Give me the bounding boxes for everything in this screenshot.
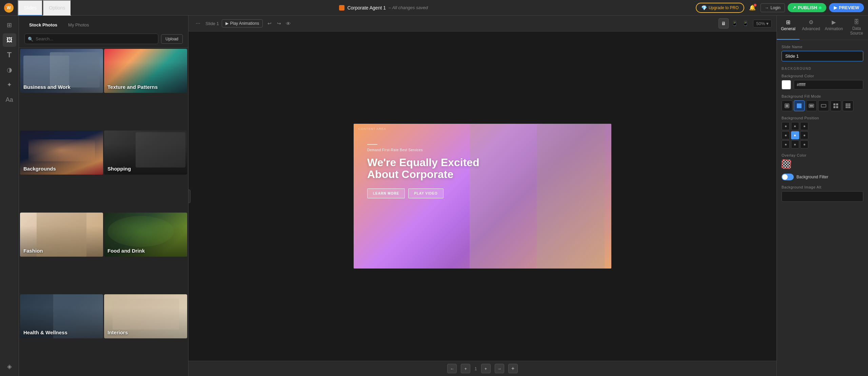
category-label-shopping: Shopping bbox=[107, 166, 131, 172]
visibility-toggle[interactable]: 👁 bbox=[286, 21, 291, 26]
device-tablet[interactable]: 📱 bbox=[729, 18, 739, 28]
bg-alt-input[interactable] bbox=[782, 191, 863, 202]
more-options-button[interactable]: ··· bbox=[193, 19, 203, 28]
notifications-button[interactable]: 🔔 bbox=[747, 2, 758, 13]
device-desktop[interactable]: 🖥 bbox=[718, 18, 729, 28]
panel-collapse-button[interactable]: ‹ bbox=[189, 190, 191, 203]
device-buttons: 🖥 📱 📱 bbox=[718, 18, 750, 28]
category-label-business: Business and Work bbox=[23, 84, 71, 90]
canvas-toolbar-right: 🖥 📱 📱 50% ▾ bbox=[718, 18, 772, 28]
fill-mode-original[interactable] bbox=[782, 100, 792, 111]
pos-mid-center[interactable] bbox=[791, 131, 799, 139]
diamond-icon: 💎 bbox=[701, 5, 707, 11]
pos-bot-left[interactable] bbox=[782, 140, 790, 149]
next-slide-button[interactable]: → bbox=[495, 364, 504, 373]
search-wrapper: 🔍 bbox=[24, 34, 158, 44]
category-interiors[interactable]: Interiors bbox=[104, 294, 187, 338]
sidebar-btn-typography[interactable]: Aa bbox=[3, 93, 16, 106]
slide-learn-more-button[interactable]: LEARN MORE bbox=[367, 189, 405, 198]
datasource-tab-label: Data Source bbox=[847, 26, 867, 36]
pos-top-left[interactable] bbox=[782, 122, 790, 130]
pos-dot bbox=[785, 135, 787, 136]
photos-panel: Stock Photos My Photos 🔍 Upload Business… bbox=[19, 16, 189, 376]
pos-dot bbox=[785, 144, 787, 145]
tab-general[interactable]: ⊞ General bbox=[777, 16, 800, 40]
zoom-value: 50% ▾ bbox=[756, 21, 769, 26]
category-texture-and-patterns[interactable]: Texture and Patterns bbox=[104, 49, 187, 93]
photos-tabs: Stock Photos My Photos bbox=[24, 20, 183, 29]
svg-rect-17 bbox=[847, 107, 849, 108]
doc-info: Corporate Agent 1 – All changes saved bbox=[75, 5, 691, 11]
tab-options[interactable]: Options bbox=[43, 0, 71, 16]
tab-advanced[interactable]: ⚙ Advanced bbox=[800, 16, 822, 40]
sidebar-btn-photos[interactable]: 🖼 bbox=[3, 33, 16, 47]
top-bar: W Slides Options Corporate Agent 1 – All… bbox=[0, 0, 868, 16]
sidebar-btn-slides[interactable]: ⊞ bbox=[3, 18, 16, 32]
slide-headline-line1: We're Equally Excited bbox=[367, 156, 479, 169]
slide-name-input[interactable] bbox=[782, 51, 863, 61]
slide-headline-line2: About Corporate bbox=[367, 168, 453, 180]
slide-tagline: Demand First-Rate Best Services bbox=[367, 148, 544, 152]
svg-rect-4 bbox=[810, 105, 813, 107]
tab-animation[interactable]: ▶ Animation bbox=[823, 16, 845, 40]
bg-position-grid bbox=[782, 122, 809, 149]
category-label-food: Food and Drink bbox=[107, 248, 145, 254]
slide-canvas[interactable]: CONTENT AREA Demand First-Rate Best Serv… bbox=[354, 124, 611, 269]
category-business-and-work[interactable]: Business and Work bbox=[20, 49, 103, 93]
device-mobile[interactable]: 📱 bbox=[740, 18, 750, 28]
fill-mode-tile[interactable] bbox=[830, 100, 841, 111]
bg-color-swatch[interactable] bbox=[782, 80, 791, 90]
add-to-right-button[interactable]: + bbox=[481, 364, 491, 373]
category-fashion[interactable]: Fashion bbox=[20, 213, 103, 257]
fill-mode-repeat[interactable] bbox=[843, 100, 853, 111]
search-input[interactable] bbox=[24, 34, 158, 44]
add-slide-button[interactable]: + bbox=[508, 364, 518, 373]
overlay-color-row bbox=[782, 159, 863, 169]
svg-rect-16 bbox=[846, 107, 847, 108]
bg-filter-toggle[interactable] bbox=[782, 174, 794, 180]
pos-top-center[interactable] bbox=[791, 122, 799, 130]
overlay-color-swatch[interactable] bbox=[782, 159, 791, 169]
publish-status-dot bbox=[819, 6, 822, 9]
fill-mode-stretch[interactable] bbox=[818, 100, 829, 111]
upload-button[interactable]: Upload bbox=[161, 34, 183, 44]
photos-grid: Business and Work Texture and Patterns B… bbox=[19, 48, 188, 376]
login-button[interactable]: → Login bbox=[761, 3, 785, 12]
category-backgrounds[interactable]: Backgrounds bbox=[20, 131, 103, 175]
sidebar-btn-layers[interactable]: ◈ bbox=[3, 360, 16, 373]
tab-datasource[interactable]: 🗄 Data Source bbox=[845, 16, 868, 40]
category-food-and-drink[interactable]: Food and Drink bbox=[104, 213, 187, 257]
tab-stock-photos[interactable]: Stock Photos bbox=[24, 20, 62, 29]
fill-mode-cover[interactable] bbox=[794, 100, 805, 111]
canvas-toolbar: ··· Slide 1 ▶ Play Animations ↩ ↪ 👁 🖥 📱 … bbox=[189, 16, 776, 32]
pos-mid-left[interactable] bbox=[782, 131, 790, 139]
upgrade-button[interactable]: 💎 Upgrade to PRO bbox=[696, 3, 744, 13]
sidebar-btn-text[interactable]: T bbox=[3, 48, 16, 62]
sidebar-btn-shapes[interactable]: ◑ bbox=[3, 63, 16, 77]
zoom-control[interactable]: 50% ▾ bbox=[753, 20, 772, 27]
publish-button[interactable]: ↗ PUBLISH bbox=[788, 3, 826, 12]
pos-mid-right[interactable] bbox=[800, 131, 808, 139]
slide-play-video-button[interactable]: PLAY VIDEO bbox=[408, 189, 443, 198]
general-tab-icon: ⊞ bbox=[786, 19, 790, 25]
add-to-left-button[interactable]: + bbox=[461, 364, 470, 373]
preview-button[interactable]: ▶ PREVIEW bbox=[829, 3, 864, 12]
category-health-wellness[interactable]: Health & Wellness bbox=[20, 294, 103, 338]
category-label-backgrounds: Backgrounds bbox=[23, 166, 56, 172]
redo-button[interactable]: ↪ bbox=[275, 19, 283, 27]
previous-slide-button[interactable]: ← bbox=[447, 364, 457, 373]
toggle-knob bbox=[782, 174, 788, 180]
pos-top-right[interactable] bbox=[800, 122, 808, 130]
pos-bot-center[interactable] bbox=[791, 140, 799, 149]
category-label-interiors: Interiors bbox=[107, 330, 128, 336]
tab-slides[interactable]: Slides bbox=[18, 0, 43, 16]
fill-mode-contain[interactable] bbox=[806, 100, 817, 111]
play-animations-button[interactable]: ▶ Play Animations bbox=[222, 19, 263, 27]
play-icon: ▶ bbox=[225, 21, 229, 26]
category-shopping[interactable]: Shopping bbox=[104, 131, 187, 175]
bg-color-input[interactable] bbox=[794, 80, 863, 90]
sidebar-btn-elements[interactable]: ✦ bbox=[3, 78, 16, 92]
undo-button[interactable]: ↩ bbox=[265, 19, 274, 27]
tab-my-photos[interactable]: My Photos bbox=[63, 20, 94, 29]
pos-bot-right[interactable] bbox=[800, 140, 808, 149]
